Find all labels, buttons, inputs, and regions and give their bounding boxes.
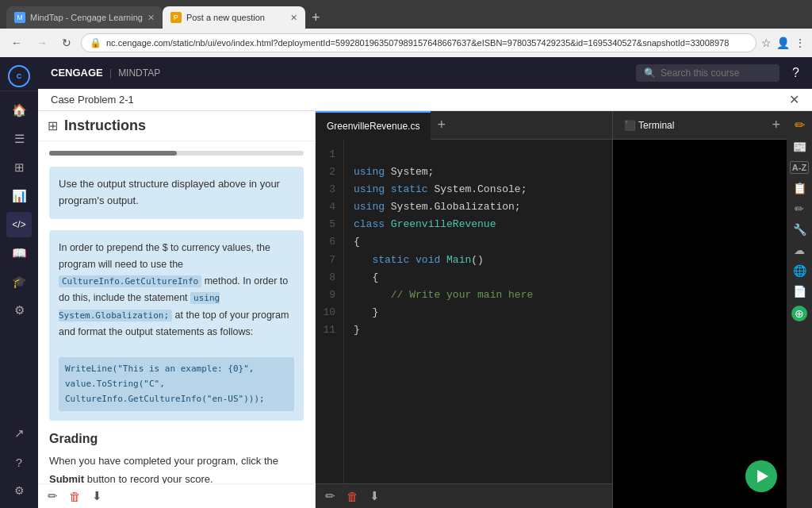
progress-container	[49, 151, 304, 156]
tab-mindtap[interactable]: M MindTap - Cengage Learning ✕	[6, 6, 163, 29]
line-1: using System;	[354, 166, 434, 178]
grading-title: Grading	[49, 432, 304, 446]
code-tab-label: GreenvilleRevenue.cs	[327, 121, 419, 132]
instruction-text: Use the output structure displayed above…	[59, 178, 280, 206]
code-tab-bar: GreenvilleRevenue.cs +	[316, 111, 612, 140]
hint-method: CultureInfo.GetCultureInfo	[59, 275, 201, 287]
hint-box: In order to prepend the $ to currency va…	[49, 230, 304, 421]
main-content: ⊞ Instructions Use the output structure …	[38, 111, 812, 508]
url-bar[interactable]: 🔒 nc.cengage.com/static/nb/ui/evo/index.…	[81, 33, 756, 52]
play-button[interactable]	[745, 460, 777, 492]
add-terminal-tab[interactable]: +	[765, 117, 787, 133]
nav-book[interactable]: 📖	[6, 241, 32, 266]
line-3: using System.Globalization;	[354, 201, 521, 213]
grading-text-after: button to record your score.	[87, 473, 213, 484]
tool-pencil-icon[interactable]: ✏	[795, 117, 805, 133]
nav-share[interactable]: ↗	[6, 421, 32, 446]
tool-clipboard-icon[interactable]: 📋	[793, 182, 806, 194]
tab2-favicon: P	[170, 12, 182, 23]
instructions-panel: ⊞ Instructions Use the output structure …	[38, 111, 316, 508]
nav-list[interactable]: ☰	[6, 126, 32, 152]
download-icon[interactable]: ⬇	[92, 489, 102, 503]
brand-separator: |	[109, 67, 112, 79]
hint-intro: In order to prepend the $ to currency va…	[59, 242, 270, 270]
tool-wrench-icon[interactable]: 🔧	[793, 223, 806, 236]
case-problem-header: Case Problem 2-1 ✕	[38, 89, 812, 111]
terminal-tab-bar: ⬛ Terminal +	[613, 111, 787, 140]
nav-home[interactable]: 🏠	[6, 98, 32, 123]
right-tools: ✏ 📰 A-Z 📋 ✏ 🔧 ☁ 🌐 📄 ⊕	[787, 111, 812, 508]
tab2-close[interactable]: ✕	[290, 13, 297, 23]
tab1-close[interactable]: ✕	[147, 13, 155, 23]
content-wrapper: CENGAGE | MINDTAP 🔍 ? Case Problem 2-1 ✕…	[38, 57, 812, 508]
tab2-label: Post a new question	[186, 13, 285, 22]
panel-toggle-icon[interactable]: ⊞	[48, 118, 58, 133]
case-problem-title: Case Problem 2-1	[51, 94, 134, 106]
brand-mindtap: MINDTAP	[118, 67, 160, 79]
grading-text: When you have completed your program, cl…	[49, 452, 304, 483]
line-6: static void Main()	[354, 254, 484, 266]
terminal-content[interactable]	[613, 140, 787, 508]
nav-graduation[interactable]: 🎓	[6, 269, 32, 294]
tool-az-icon[interactable]: A-Z	[790, 161, 809, 174]
back-button[interactable]: ←	[6, 34, 27, 52]
code-text[interactable]: using System; using static System.Consol…	[344, 140, 612, 483]
app-container: C 🏠 ☰ ⊞ 📊 </> 📖 🎓 ⚙ ↗ ? ⚙ CENGAGE | MIND…	[0, 57, 812, 508]
search-input[interactable]	[661, 67, 772, 79]
tool-doc-icon[interactable]: 📄	[793, 285, 806, 298]
code-editor: GreenvilleRevenue.cs + 1 2 3 4 5 6 7	[316, 111, 612, 508]
tool-edit-icon[interactable]: ✏	[795, 202, 804, 215]
nav-grid[interactable]: ⊞	[6, 155, 32, 180]
nav-chart[interactable]: 📊	[6, 183, 32, 209]
terminal-tab-label: ⬛ Terminal	[624, 120, 674, 131]
cengage-header: CENGAGE | MINDTAP 🔍 ?	[38, 57, 812, 89]
line-2: using static System.Console;	[354, 183, 527, 195]
tool-circle-icon[interactable]: ⊕	[791, 306, 807, 321]
tab1-label: MindTap - Cengage Learning	[30, 13, 143, 22]
new-tab-button[interactable]: +	[305, 6, 327, 29]
edit-icon[interactable]: ✏	[48, 489, 58, 503]
delete-icon[interactable]: 🗑	[69, 490, 81, 503]
footer-delete-icon[interactable]: 🗑	[347, 490, 358, 503]
code-footer: ✏ 🗑 ⬇	[316, 483, 612, 508]
tab-post-question[interactable]: P Post a new question ✕	[163, 6, 305, 29]
tool-newspaper-icon[interactable]: 📰	[793, 140, 806, 153]
add-code-tab-button[interactable]: +	[431, 117, 452, 133]
close-panel-icon[interactable]: ✕	[789, 92, 799, 107]
bookmark-icon[interactable]: ☆	[761, 37, 772, 49]
line-numbers: 1 2 3 4 5 6 7 8 9 10 11	[316, 140, 344, 483]
nav-settings[interactable]: ⚙	[6, 298, 32, 323]
profile-icon[interactable]: 👤	[776, 37, 790, 49]
terminal-tab[interactable]: ⬛ Terminal	[613, 111, 685, 140]
nav-cog[interactable]: ⚙	[6, 478, 32, 503]
play-triangle	[757, 470, 768, 483]
menu-icon[interactable]: ⋮	[795, 37, 806, 49]
secure-icon: 🔒	[90, 37, 102, 48]
forward-button[interactable]: →	[32, 34, 52, 52]
logo-circle: C	[8, 65, 30, 87]
line-5: {	[354, 236, 360, 248]
panel-footer: ✏ 🗑 ⬇	[38, 483, 315, 508]
tool-cloud-icon[interactable]: ☁	[794, 244, 805, 256]
footer-edit-icon[interactable]: ✏	[325, 489, 335, 503]
grading-submit-label: Submit	[49, 473, 84, 484]
line-9: }	[354, 306, 378, 318]
code-editor-body[interactable]: 1 2 3 4 5 6 7 8 9 10 11 using System; us…	[316, 140, 612, 483]
search-icon: 🔍	[644, 67, 656, 79]
nav-help[interactable]: ?	[6, 449, 32, 475]
tab-bar: M MindTap - Cengage Learning ✕ P Post a …	[0, 0, 812, 29]
search-container: 🔍	[636, 64, 779, 82]
footer-download-icon[interactable]: ⬇	[370, 489, 380, 503]
tab1-favicon: M	[14, 12, 25, 23]
grading-section: Grading When you have completed your pro…	[49, 432, 304, 483]
instruction-box: Use the output structure displayed above…	[49, 167, 304, 219]
grading-text-before: When you have completed your program, cl…	[49, 455, 278, 467]
tool-globe-icon[interactable]: 🌐	[793, 264, 806, 277]
line-4: class GreenvilleRevenue	[354, 218, 496, 230]
line-10: }	[354, 324, 360, 336]
help-icon[interactable]: ?	[792, 66, 799, 80]
brand-cengage: CENGAGE	[51, 67, 103, 79]
reload-button[interactable]: ↻	[57, 34, 76, 52]
code-tab-active[interactable]: GreenvilleRevenue.cs	[316, 111, 431, 140]
nav-code[interactable]: </>	[6, 212, 32, 237]
